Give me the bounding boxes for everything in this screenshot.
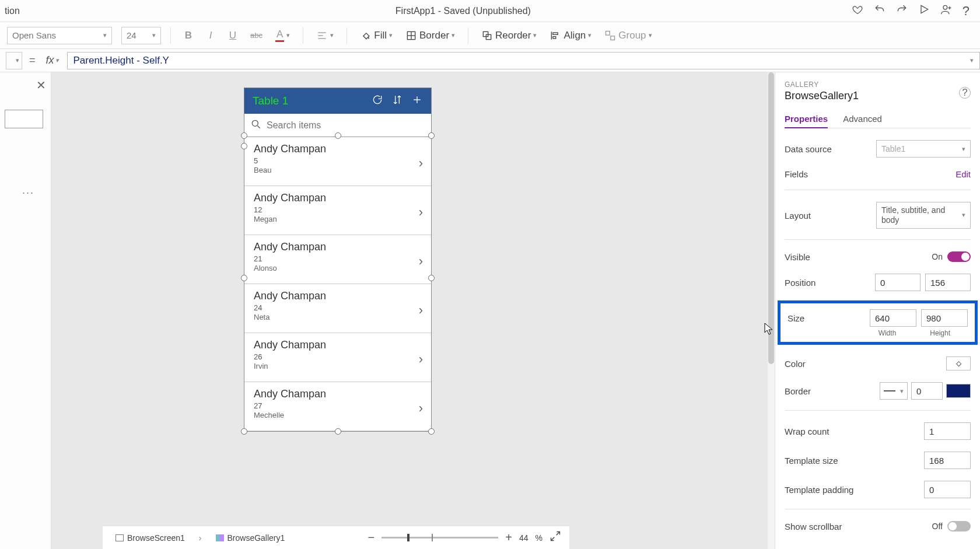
align-button[interactable]: Align▾ [546, 27, 595, 44]
underline-button[interactable]: U [225, 27, 241, 44]
share-icon[interactable] [940, 4, 952, 18]
zoom-out-button[interactable]: − [368, 531, 375, 544]
fx-label[interactable]: fx▾ [43, 54, 62, 67]
expand-icon[interactable] [550, 530, 561, 545]
svg-line-19 [556, 532, 560, 536]
zoom-thumb[interactable] [407, 534, 410, 541]
layout-select[interactable]: Title, subtitle, and body▾ [876, 202, 971, 229]
selection-handle[interactable] [241, 428, 247, 435]
wrap-input[interactable]: 1 [924, 422, 971, 440]
formula-expand-icon[interactable]: ▾ [970, 57, 974, 64]
item-body: Alonso [254, 264, 422, 272]
list-item[interactable]: Andy Champan27Mechelle› [244, 382, 431, 431]
add-icon[interactable] [411, 94, 423, 109]
format-ribbon: Open Sans▾ 24▾ B I U abc A▾ ▾ Fill▾ Bord… [0, 22, 980, 49]
font-family-select[interactable]: Open Sans▾ [7, 27, 112, 44]
play-icon[interactable] [918, 4, 930, 18]
border-button[interactable]: Border▾ [402, 27, 459, 44]
gallery-list[interactable]: Andy Champan5Beau›Andy Champan12Megan›An… [244, 137, 431, 431]
template-padding-input[interactable]: 0 [924, 481, 971, 498]
sort-icon[interactable] [391, 94, 403, 109]
zoom-in-button[interactable]: + [505, 531, 512, 544]
list-item[interactable]: Andy Champan26Irvin› [244, 333, 431, 382]
zoom-slider[interactable] [382, 537, 498, 538]
screen-thumbnail[interactable] [5, 110, 43, 128]
visible-toggle[interactable] [947, 251, 971, 262]
selection-handle[interactable] [428, 132, 435, 139]
chevron-right-icon[interactable]: › [419, 205, 423, 220]
chevron-right-icon[interactable]: › [419, 303, 423, 318]
breadcrumb-screen[interactable]: BrowseScreen1 [111, 531, 190, 545]
border-width-input[interactable]: 0 [911, 382, 943, 400]
redo-icon[interactable] [896, 4, 908, 18]
border-style-select[interactable]: ▾ [880, 382, 908, 400]
group-button[interactable]: Group▾ [601, 27, 655, 44]
data-source-label: Data source [785, 144, 832, 154]
data-source-select[interactable]: Table1▾ [876, 140, 971, 158]
list-item[interactable]: Andy Champan5Beau› [244, 137, 431, 186]
canvas[interactable]: Table 1 Andy Champan5Beau›Andy Champan12… [51, 72, 775, 549]
italic-button[interactable]: I [202, 27, 219, 44]
chevron-right-icon[interactable]: › [419, 156, 423, 171]
size-width-input[interactable]: 640 [870, 309, 916, 327]
position-x-input[interactable]: 0 [875, 274, 921, 291]
border-color-swatch[interactable] [946, 384, 971, 398]
formula-text: Parent.Height - Self.Y [74, 55, 169, 67]
svg-rect-11 [553, 33, 558, 34]
canvas-scrollbar[interactable] [768, 72, 775, 549]
selection-handle[interactable] [335, 428, 341, 435]
tab-properties[interactable]: Properties [785, 110, 828, 128]
health-icon[interactable] [852, 4, 863, 18]
strike-button[interactable]: abc [247, 27, 266, 44]
chevron-right-icon[interactable]: › [419, 352, 423, 367]
fill-button[interactable]: Fill▾ [356, 27, 396, 44]
selection-handle[interactable] [428, 428, 435, 435]
selection-handle[interactable] [241, 132, 247, 139]
scroll-thumb[interactable] [768, 72, 774, 364]
selection-handle[interactable] [428, 275, 435, 281]
app-title: FirstApp1 - Saved (Unpublished) [75, 6, 852, 16]
item-body: Megan [254, 215, 422, 223]
breadcrumb-gallery[interactable]: BrowseGallery1 [211, 531, 290, 545]
selection-handle[interactable] [241, 143, 247, 149]
refresh-icon[interactable] [372, 94, 383, 109]
item-subtitle: 12 [254, 205, 422, 214]
template-size-input[interactable]: 168 [924, 452, 971, 469]
formula-input[interactable]: Parent.Height - Self.Y ▾ [67, 52, 980, 69]
bold-button[interactable]: B [180, 27, 197, 44]
item-body: Beau [254, 166, 422, 174]
list-item[interactable]: Andy Champan12Megan› [244, 186, 431, 235]
reorder-button[interactable]: Reorder▾ [478, 27, 540, 44]
font-family-value: Open Sans [12, 30, 56, 40]
list-item[interactable]: Andy Champan24Neta› [244, 284, 431, 333]
more-icon[interactable]: ··· [5, 187, 46, 199]
undo-icon[interactable] [874, 4, 886, 18]
font-size-select[interactable]: 24▾ [121, 27, 161, 44]
help-icon[interactable]: ? [963, 4, 970, 19]
font-color-button[interactable]: A▾ [272, 27, 293, 44]
size-height-input[interactable]: 980 [921, 309, 968, 327]
chevron-right-icon[interactable]: › [419, 401, 423, 416]
align-menu-button[interactable]: ▾ [313, 27, 337, 44]
property-dropdown[interactable]: ▾ [6, 52, 22, 69]
fields-edit-link[interactable]: Edit [956, 169, 971, 179]
selection-handle[interactable] [335, 132, 341, 139]
position-y-input[interactable]: 156 [925, 274, 971, 291]
color-swatch[interactable] [946, 356, 971, 370]
svg-rect-12 [553, 36, 556, 38]
svg-line-20 [551, 537, 555, 541]
search-input[interactable] [267, 120, 425, 131]
template-size-label: Template size [785, 456, 838, 466]
chevron-right-icon[interactable]: › [419, 254, 423, 269]
panel-help-icon[interactable]: ? [959, 87, 971, 99]
border-label: Border [785, 386, 811, 396]
title-actions: ? [852, 4, 975, 19]
search-icon [250, 118, 262, 132]
tab-advanced[interactable]: Advanced [843, 110, 882, 128]
scrollbar-toggle[interactable] [947, 521, 971, 531]
item-subtitle: 21 [254, 254, 422, 263]
close-icon[interactable]: ✕ [36, 78, 46, 92]
item-body: Neta [254, 313, 422, 321]
list-item[interactable]: Andy Champan21Alonso› [244, 235, 431, 284]
selection-handle[interactable] [241, 275, 247, 281]
